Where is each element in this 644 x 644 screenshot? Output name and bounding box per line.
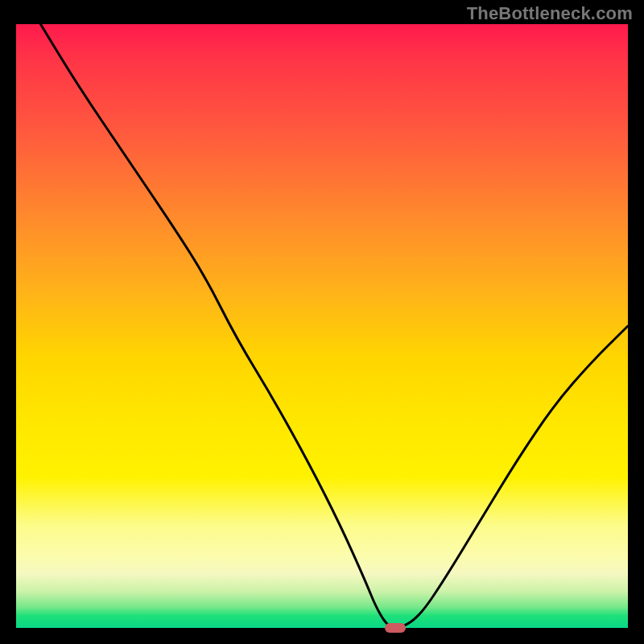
optimal-point-marker: [385, 623, 407, 633]
watermark-text: TheBottleneck.com: [467, 3, 633, 24]
chart-plot-area: [16, 24, 628, 628]
bottleneck-curve-path: [40, 24, 628, 628]
chart-curve-svg: [16, 24, 628, 628]
chart-frame: TheBottleneck.com: [0, 0, 644, 644]
